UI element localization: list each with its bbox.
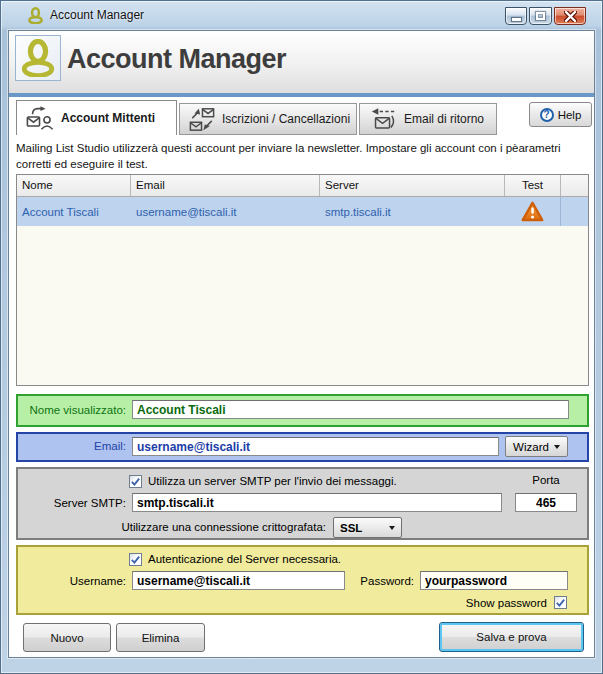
chevron-down-icon <box>389 526 395 530</box>
new-account-label: Nuovo <box>50 632 83 644</box>
account-manager-icon <box>15 35 61 81</box>
dialog-panel: Account Manager Account Mittenti <box>8 30 595 658</box>
help-button[interactable]: ? Help <box>529 102 592 127</box>
close-icon <box>564 11 577 22</box>
port-input[interactable] <box>515 493 577 512</box>
check-icon <box>130 476 141 487</box>
return-email-icon <box>369 107 397 132</box>
close-button[interactable] <box>554 7 586 25</box>
email-section: Email: Wizard <box>16 432 589 462</box>
chevron-down-icon <box>554 445 560 449</box>
delete-account-label: Elimina <box>142 632 180 644</box>
save-and-test-label: Salva e prova <box>476 631 546 643</box>
sender-account-icon <box>26 105 54 131</box>
show-password-label: Show password <box>466 597 547 609</box>
smtp-server-label: Server SMTP: <box>18 497 126 509</box>
minimize-icon <box>512 18 521 21</box>
tab-iscrizioni-cancellazioni[interactable]: Iscrizioni / Cancellazioni <box>179 103 357 135</box>
table-row[interactable]: Account Tiscali username@tiscali.it smtp… <box>17 197 588 226</box>
cell-email: username@tiscali.it <box>131 206 320 218</box>
use-smtp-checkbox[interactable] <box>129 475 142 488</box>
help-label: Help <box>558 109 582 121</box>
encryption-select[interactable]: SSL <box>333 517 402 538</box>
encryption-label: Utilizzare una connessione crittografata… <box>18 521 326 533</box>
column-header-test[interactable]: Test <box>505 175 561 196</box>
port-label: Porta <box>515 474 577 486</box>
display-name-label: Nome visualizzato: <box>18 404 126 416</box>
auth-required-label: Autenticazione del Server necessaria. <box>148 553 341 565</box>
password-label: Password: <box>348 575 414 587</box>
app-icon <box>27 7 44 24</box>
delete-account-button[interactable]: Elimina <box>116 623 205 652</box>
tab-label: Iscrizioni / Cancellazioni <box>222 112 350 126</box>
accounts-table: Nome Email Server Test Account Tiscali u… <box>16 174 589 386</box>
restore-button[interactable] <box>529 7 552 25</box>
dialog-header: Account Manager <box>9 31 594 93</box>
account-manager-window: Account Manager Account Manager <box>0 0 603 674</box>
smtp-server-input[interactable] <box>132 493 502 512</box>
tab-account-mittenti[interactable]: Account Mittenti <box>16 100 177 135</box>
email-input[interactable] <box>132 437 499 456</box>
auth-required-checkbox[interactable] <box>129 553 142 566</box>
window-title: Account Manager <box>50 8 144 22</box>
use-smtp-label: Utilizza un server SMTP per l'invio dei … <box>148 475 397 487</box>
tab-label: Account Mittenti <box>61 111 155 125</box>
smtp-section: Utilizza un server SMTP per l'invio dei … <box>16 467 589 540</box>
tab-label: Email di ritorno <box>404 112 484 126</box>
tab-email-di-ritorno[interactable]: Email di ritorno <box>359 103 497 135</box>
column-header-email[interactable]: Email <box>131 175 320 196</box>
show-password-checkbox[interactable] <box>554 596 567 609</box>
minimize-button[interactable] <box>505 7 527 25</box>
new-account-button[interactable]: Nuovo <box>23 623 111 652</box>
email-label: Email: <box>18 440 126 452</box>
display-name-section: Nome visualizzato: <box>16 394 589 427</box>
column-header-filler <box>561 175 588 196</box>
cell-test <box>505 197 561 226</box>
encryption-value: SSL <box>340 522 362 534</box>
cell-nome: Account Tiscali <box>17 206 131 218</box>
header-divider <box>9 93 594 97</box>
check-icon <box>555 597 566 608</box>
cell-server: smtp.tiscali.it <box>320 206 505 218</box>
save-and-test-button[interactable]: Salva e prova <box>439 622 584 652</box>
table-header: Nome Email Server Test <box>17 175 588 197</box>
restore-icon <box>536 12 545 20</box>
check-icon <box>130 554 141 565</box>
help-icon: ? <box>540 108 554 122</box>
column-header-nome[interactable]: Nome <box>17 175 131 196</box>
subscribe-unsubscribe-icon <box>189 107 215 132</box>
page-title: Account Manager <box>67 44 286 75</box>
description-text: Mailing List Studio utilizzerà questi ac… <box>16 140 588 172</box>
wizard-button[interactable]: Wizard <box>505 436 568 457</box>
auth-section: Autenticazione del Server necessaria. Us… <box>16 545 589 615</box>
username-input[interactable] <box>132 571 345 590</box>
wizard-label: Wizard <box>513 441 549 453</box>
titlebar[interactable]: Account Manager <box>0 0 603 30</box>
username-label: Username: <box>18 575 126 587</box>
warning-icon <box>521 201 544 222</box>
display-name-input[interactable] <box>132 400 569 419</box>
column-header-server[interactable]: Server <box>320 175 505 196</box>
password-input[interactable] <box>420 571 568 590</box>
